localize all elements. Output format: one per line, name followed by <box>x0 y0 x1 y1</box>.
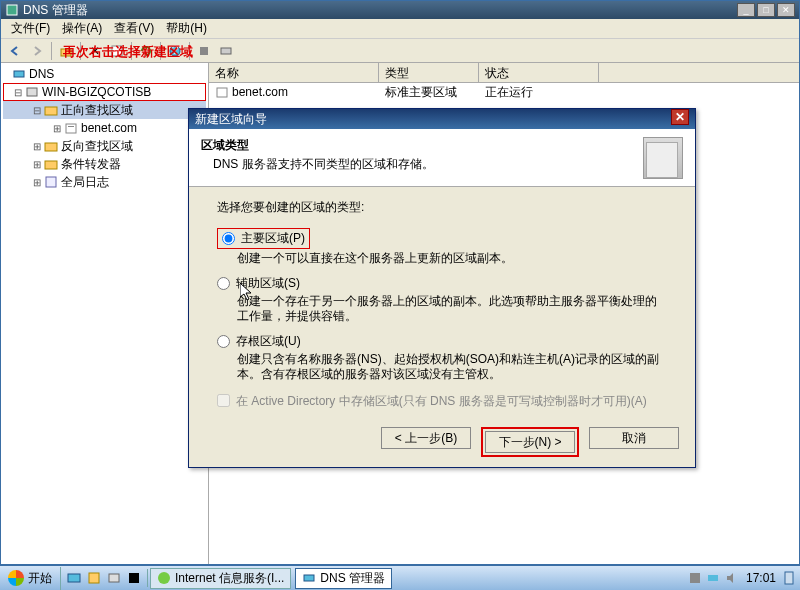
extra2-button[interactable] <box>216 41 236 61</box>
new-zone-wizard-dialog: 新建区域向导 ✕ 区域类型 DNS 服务器支持不同类型的区域和存储。 选择您要创… <box>188 108 696 468</box>
svg-rect-11 <box>68 126 74 127</box>
tree-conditional[interactable]: ⊞ 条件转发器 <box>3 155 206 173</box>
svg-rect-5 <box>200 47 208 55</box>
extra1-button[interactable] <box>194 41 214 61</box>
svg-rect-12 <box>45 143 57 151</box>
tree-panel: DNS ⊟ WIN-BGIZQCOTISB ⊟ 正向查找区域 ⊞ benet.c… <box>1 63 209 564</box>
quick-launch <box>61 569 148 587</box>
dialog-title: 新建区域向导 <box>195 109 267 129</box>
wizard-graphic <box>643 137 683 179</box>
svg-rect-7 <box>14 71 24 77</box>
primary-desc: 创建一个可以直接在这个服务器上更新的区域副本。 <box>237 251 667 267</box>
start-button[interactable]: 开始 <box>0 567 61 590</box>
cancel-button[interactable]: 取消 <box>589 427 679 449</box>
ad-checkbox <box>217 394 230 407</box>
iis-icon <box>157 571 171 585</box>
col-name[interactable]: 名称 <box>209 63 379 82</box>
forward-button[interactable] <box>27 41 47 61</box>
expand-icon[interactable]: ⊞ <box>31 177 43 188</box>
menu-view[interactable]: 查看(V) <box>108 20 160 37</box>
dialog-titlebar[interactable]: 新建区域向导 ✕ <box>189 109 695 129</box>
dialog-header: 区域类型 DNS 服务器支持不同类型的区域和存储。 <box>189 129 695 187</box>
tree-reverse-zone[interactable]: ⊞ 反向查找区域 <box>3 137 206 155</box>
collapse-icon[interactable]: ⊟ <box>31 105 43 116</box>
list-row[interactable]: benet.com 标准主要区域 正在运行 <box>209 83 799 101</box>
app-icon <box>5 3 19 17</box>
dns-icon <box>302 571 316 585</box>
menu-file[interactable]: 文件(F) <box>5 20 56 37</box>
svg-rect-23 <box>708 575 718 581</box>
svg-rect-10 <box>66 124 76 133</box>
taskbar-iis[interactable]: Internet 信息服务(I... <box>150 568 291 589</box>
svg-point-20 <box>158 572 170 584</box>
titlebar[interactable]: DNS 管理器 _ □ ✕ <box>1 1 799 19</box>
back-button[interactable]: < 上一步(B) <box>381 427 471 449</box>
radio-stub-zone[interactable]: 存根区域(U) <box>217 333 667 350</box>
svg-rect-24 <box>785 572 793 584</box>
ad-storage-checkbox-row: 在 Active Directory 中存储区域(只有 DNS 服务器是可写域控… <box>217 393 667 410</box>
svg-rect-8 <box>27 88 37 96</box>
expand-icon[interactable]: ⊞ <box>51 123 63 134</box>
svg-rect-18 <box>109 574 119 582</box>
menu-action[interactable]: 操作(A) <box>56 20 108 37</box>
svg-rect-9 <box>45 107 57 115</box>
minimize-button[interactable]: _ <box>737 3 755 17</box>
list-header: 名称 类型 状态 <box>209 63 799 83</box>
window-title: DNS 管理器 <box>23 1 88 19</box>
svg-rect-6 <box>221 48 231 54</box>
tray-icon[interactable] <box>688 571 702 585</box>
server-icon <box>24 84 40 100</box>
maximize-button[interactable]: □ <box>757 3 775 17</box>
tree-global-log[interactable]: ⊞ 全局日志 <box>3 173 206 191</box>
svg-rect-21 <box>304 575 314 581</box>
radio-primary-input[interactable] <box>222 232 235 245</box>
dns-icon <box>11 66 27 82</box>
dialog-close-button[interactable]: ✕ <box>671 109 689 125</box>
close-button[interactable]: ✕ <box>777 3 795 17</box>
svg-rect-13 <box>45 161 57 169</box>
dialog-prompt: 选择您要创建的区域的类型: <box>217 199 667 216</box>
radio-primary-zone[interactable]: 主要区域(P) <box>217 228 310 249</box>
clock[interactable]: 17:01 <box>742 571 780 585</box>
zone-icon <box>215 85 229 99</box>
tree-forward-zone[interactable]: ⊟ 正向查找区域 <box>3 101 206 119</box>
back-button[interactable] <box>5 41 25 61</box>
expand-icon[interactable]: ⊞ <box>31 141 43 152</box>
ql-desktop-icon[interactable] <box>65 569 83 587</box>
tray-sound-icon[interactable] <box>724 571 738 585</box>
tree-root-dns[interactable]: DNS <box>3 65 206 83</box>
ql-explorer-icon[interactable] <box>85 569 103 587</box>
expand-icon[interactable]: ⊞ <box>31 159 43 170</box>
next-button[interactable]: 下一步(N) > <box>485 431 575 453</box>
show-desktop-icon[interactable] <box>784 571 794 585</box>
col-type[interactable]: 类型 <box>379 63 479 82</box>
taskbar: 开始 Internet 信息服务(I... DNS 管理器 17:01 <box>0 565 800 590</box>
zone-icon <box>63 120 79 136</box>
radio-secondary-zone[interactable]: 辅助区域(S) <box>217 275 667 292</box>
svg-rect-15 <box>217 88 227 97</box>
radio-stub-input[interactable] <box>217 335 230 348</box>
menu-help[interactable]: 帮助(H) <box>160 20 213 37</box>
collapse-icon[interactable]: ⊟ <box>12 87 24 98</box>
folder-icon <box>43 156 59 172</box>
ql-server-icon[interactable] <box>105 569 123 587</box>
radio-secondary-input[interactable] <box>217 277 230 290</box>
system-tray: 17:01 <box>682 571 800 585</box>
tree-server[interactable]: ⊟ WIN-BGIZQCOTISB <box>3 83 206 101</box>
annotation-text: 再次右击选择新建区域 <box>63 43 193 61</box>
tree-zone-benet[interactable]: ⊞ benet.com <box>3 119 206 137</box>
menubar: 文件(F) 操作(A) 查看(V) 帮助(H) <box>1 19 799 39</box>
svg-rect-22 <box>690 573 700 583</box>
folder-icon <box>43 138 59 154</box>
tray-network-icon[interactable] <box>706 571 720 585</box>
svg-rect-16 <box>68 574 80 582</box>
col-status[interactable]: 状态 <box>479 63 599 82</box>
svg-rect-19 <box>129 573 139 583</box>
windows-icon <box>8 570 24 586</box>
taskbar-dns[interactable]: DNS 管理器 <box>295 568 392 589</box>
svg-rect-14 <box>46 177 56 187</box>
folder-icon <box>43 102 59 118</box>
ql-cmd-icon[interactable] <box>125 569 143 587</box>
stub-desc: 创建只含有名称服务器(NS)、起始授权机构(SOA)和粘连主机(A)记录的区域的… <box>237 352 667 383</box>
secondary-desc: 创建一个存在于另一个服务器上的区域的副本。此选项帮助主服务器平衡处理的工作量，并… <box>237 294 667 325</box>
